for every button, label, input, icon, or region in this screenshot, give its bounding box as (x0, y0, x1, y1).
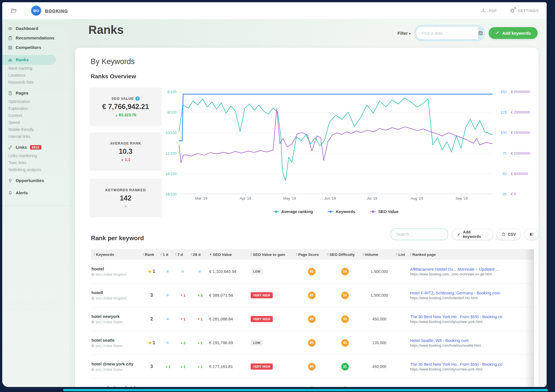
table-add-keywords-button[interactable]: Add keywords (452, 229, 493, 240)
up-triangle-icon: ▲ (115, 114, 118, 117)
seo-value: € 7,766,942.21 (102, 103, 149, 111)
axis-month-ticks: Mar '19 Apr '19 May '19 Jun '19 Jul '19 … (179, 196, 492, 202)
sidebar-item-recommendations[interactable]: Recommendations (2, 33, 69, 43)
legend-seo-value[interactable]: SEO Value (370, 209, 399, 214)
topbar-divider (24, 6, 24, 15)
grid-icon (8, 45, 13, 50)
sidebar-item-ranks[interactable]: Ranks (2, 55, 56, 65)
col-list[interactable]: ▴▾List (396, 252, 410, 257)
google-icon: G (91, 320, 94, 324)
legend-keywords[interactable]: Keywords (328, 209, 355, 214)
sidebar-item-netlinking-analysis[interactable]: Netlinking analysis (2, 166, 69, 173)
down-triangle-icon: ▼ (121, 159, 124, 162)
app-window: BO BOOKING PDF ⚙⚙ SETTINGS (2, 2, 547, 387)
csv-export-button[interactable]: CSV (497, 229, 521, 240)
col-volume[interactable]: ▴▾Volume (363, 252, 396, 257)
calendar-icon[interactable] (478, 27, 483, 39)
ranked-page-url: https://www.booking.com/city/us/new-york… (410, 367, 532, 371)
sidebar-item-locations[interactable]: Locations (2, 72, 69, 79)
volume-cell: 450,000 (363, 364, 396, 369)
page-score-circle: 65 (308, 387, 316, 387)
change-7d: 1 (175, 293, 191, 297)
sidebar-item-rank-tracking[interactable]: Rank tracking (2, 65, 69, 72)
stat-average-rank: AVERAGE RANK 10.3 ▼1.1 (90, 132, 162, 171)
sidebar-item-exploration[interactable]: Exploration (2, 105, 69, 112)
page-score-circle: 65 (308, 315, 316, 323)
star-icon: ★ (148, 340, 152, 345)
top-bar: BO BOOKING PDF ⚙⚙ SETTINGS (2, 2, 547, 19)
pdf-button[interactable]: PDF (481, 8, 497, 14)
col-7d[interactable]: ▴▾7 d (175, 252, 191, 257)
sidebar-item-links-monitoring[interactable]: Links monitoring (2, 152, 69, 159)
help-icon[interactable]: ? (135, 96, 140, 101)
volume-cell: 450,000 (363, 317, 396, 321)
table-row[interactable]: hootelG(en) United Kingdom ★1 € 1,103,64… (91, 260, 534, 284)
gain-badge: LOW (251, 268, 263, 275)
col-keywords[interactable]: ▴▾Keywords (91, 252, 143, 257)
table-row[interactable]: hotel newyorkG(en) United States 2 1 1 €… (91, 307, 534, 331)
difficulty-circle: 54 (341, 292, 349, 299)
gain-badge: VERY HIGH (251, 292, 273, 298)
ranked-page-url: https://www.booking.com...omo-monreale.e… (410, 272, 532, 276)
filter-dropdown[interactable]: Filter ▾ (398, 31, 410, 36)
columns-toggle-button[interactable] (525, 229, 538, 240)
change-1d (161, 317, 175, 321)
legend-average-ranking[interactable]: Average ranking (273, 209, 313, 214)
col-page-score[interactable]: ▴▾Page Score (296, 252, 327, 257)
table-row[interactable]: hotelfG(en) United Kingdom 3 1 5 € 389,0… (91, 284, 534, 307)
col-rank[interactable]: ▴▾Rank (143, 252, 161, 257)
sidebar-item-links[interactable]: Links 6910 (2, 143, 69, 152)
col-1d[interactable]: ▴▾1 d (161, 252, 175, 257)
page-score-circle: 65 (308, 339, 316, 347)
search-input[interactable] (391, 232, 448, 237)
sidebar-item-opportunities[interactable]: Opportunities (2, 176, 69, 185)
ranked-page-link[interactable]: Affittacamere Hootel Du... Monreale – Up… (410, 267, 532, 271)
table-row[interactable]: hotel @new york cityG(en) United States … (91, 355, 534, 379)
ranks-card: By Keywords Ranks Overview SEO VALUE? € … (75, 48, 538, 387)
sidebar-item-mobile-friendly[interactable]: Mobile-friendly (2, 126, 69, 133)
average-rank-delta: ▼1.1 (121, 157, 130, 162)
seo-value-cell: € 1,103,645.94 (209, 269, 251, 274)
sidebar-item-pages[interactable]: Pages (2, 88, 69, 98)
col-seo-value-to-gain[interactable]: ▴▾SEO Value to gain (251, 252, 296, 257)
date-picker[interactable] (416, 27, 483, 39)
sidebar-item-internal-links[interactable]: Internal links (2, 133, 69, 140)
pencil-icon (457, 232, 461, 236)
table-row[interactable]: hotel seatleG(en) United States ★1 2 1 €… (91, 331, 534, 355)
table-title: Rank per keyword (91, 235, 144, 242)
col-ranked-page[interactable]: ▴▾Ranked page (410, 252, 534, 257)
ranked-page-link[interactable]: Hotel F-RITZ, Schleswig, Germany - Booki… (410, 291, 532, 295)
add-keywords-button[interactable]: Add keywords (489, 27, 538, 39)
sidebar-item-content[interactable]: Content (2, 112, 69, 119)
ranked-page-link[interactable]: The 30 Best New York Ho...From $59) - Bo… (410, 315, 532, 319)
date-input[interactable] (416, 30, 478, 36)
folder-icon[interactable] (10, 7, 17, 14)
sidebar-item-optimization[interactable]: Optimization (2, 98, 69, 105)
brand-link[interactable]: BOOKING (45, 8, 68, 13)
settings-button[interactable]: ⚙⚙ SETTINGS (510, 8, 539, 13)
settings-label: SETTINGS (518, 9, 539, 13)
sidebar-item-dashboard[interactable]: Dashboard (2, 24, 69, 33)
ranked-page-link[interactable]: Hotel Seattle, WA - Booking.com (410, 338, 532, 343)
ranked-page-link[interactable]: The 30 Best New York Ho...From $59) - Bo… (410, 362, 532, 367)
stat-seo-value: SEO VALUE? € 7,766,942.21 ▲83,323.76 (90, 88, 162, 126)
table-row[interactable]: new york city ny hotelG 65 31 The 30 B (91, 379, 534, 387)
average-rank-value: 10.3 (119, 147, 133, 155)
sidebar-item-alerts[interactable]: Alerts (2, 188, 69, 198)
col-seo-value[interactable]: ▼SEO Value (209, 252, 251, 257)
change-28d: 1 (191, 365, 209, 369)
difficulty-circle: 31 (341, 363, 349, 370)
sidebar-item-keywords-lists[interactable]: Keywords lists (2, 79, 69, 86)
sidebar-item-competitors[interactable]: Competitors (2, 43, 69, 52)
sidebar-item-speed[interactable]: Speed (2, 119, 69, 126)
avatar[interactable]: BO (31, 6, 41, 16)
col-seo-difficulty[interactable]: ▴▾SEO Difficulty (327, 252, 363, 257)
legend-marker-purple (370, 211, 376, 212)
download-icon (481, 8, 486, 14)
difficulty-circle: 31 (341, 387, 349, 387)
col-28d[interactable]: ▴▾28 d (191, 252, 209, 257)
sidebar-divider (2, 206, 69, 206)
link-icon (8, 145, 13, 150)
star-icon: ★ (148, 269, 152, 274)
sidebar-item-toxic-links[interactable]: Toxic links (2, 159, 69, 166)
